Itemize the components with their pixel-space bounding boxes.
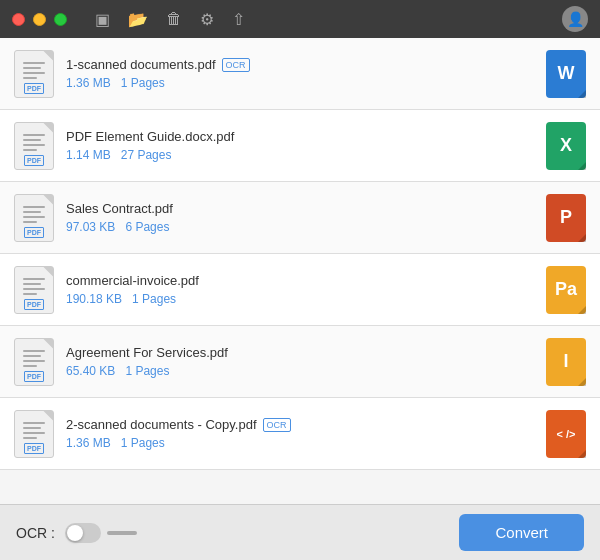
pdf-line <box>23 365 37 367</box>
pdf-file-icon: PDF <box>14 338 54 386</box>
pdf-label: PDF <box>24 83 44 94</box>
pdf-line <box>23 355 41 357</box>
file-info: 1-scanned documents.pdfOCR1.36 MB1 Pages <box>66 57 534 90</box>
pdf-label: PDF <box>24 155 44 166</box>
ocr-label: OCR : <box>16 525 55 541</box>
footer: OCR : Convert <box>0 504 600 560</box>
file-info: commercial-invoice.pdf190.18 KB1 Pages <box>66 273 534 306</box>
pdf-file-icon: PDF <box>14 122 54 170</box>
file-meta: 1.14 MB27 Pages <box>66 148 534 162</box>
file-size: 1.36 MB <box>66 76 111 90</box>
pdf-label: PDF <box>24 443 44 454</box>
pdf-lines <box>23 134 45 151</box>
file-meta: 65.40 KB1 Pages <box>66 364 534 378</box>
pdf-line <box>23 427 41 429</box>
open-folder-icon[interactable]: 📂 <box>128 10 148 29</box>
pdf-line <box>23 283 41 285</box>
pdf-line <box>23 216 45 218</box>
pdf-line <box>23 422 45 424</box>
pdf-line <box>23 139 41 141</box>
file-meta: 190.18 KB1 Pages <box>66 292 534 306</box>
table-row[interactable]: PDF Sales Contract.pdf97.03 KB6 PagesP <box>0 182 600 254</box>
pdf-line <box>23 221 37 223</box>
file-pages-link[interactable]: 6 Pages <box>125 220 169 234</box>
file-pages-link[interactable]: 1 Pages <box>121 76 165 90</box>
format-icon-pages[interactable]: Pa <box>546 266 586 314</box>
format-icon-word[interactable]: W <box>546 50 586 98</box>
table-row[interactable]: PDF commercial-invoice.pdf190.18 KB1 Pag… <box>0 254 600 326</box>
pdf-lines <box>23 350 45 367</box>
file-pages-link[interactable]: 1 Pages <box>132 292 176 306</box>
settings-icon[interactable]: ⚙ <box>200 10 214 29</box>
file-pages-link[interactable]: 1 Pages <box>121 436 165 450</box>
pdf-lines <box>23 206 45 223</box>
table-row[interactable]: PDF 2-scanned documents - Copy.pdfOCR1.3… <box>0 398 600 470</box>
file-meta: 1.36 MB1 Pages <box>66 76 534 90</box>
table-row[interactable]: PDF 1-scanned documents.pdfOCR1.36 MB1 P… <box>0 38 600 110</box>
pdf-line <box>23 206 45 208</box>
pdf-file-icon: PDF <box>14 266 54 314</box>
file-size: 65.40 KB <box>66 364 115 378</box>
file-pages-link[interactable]: 27 Pages <box>121 148 172 162</box>
pdf-line <box>23 67 41 69</box>
pdf-line <box>23 293 37 295</box>
pdf-label: PDF <box>24 371 44 382</box>
file-name: Sales Contract.pdf <box>66 201 534 216</box>
pdf-lines <box>23 422 45 439</box>
file-pages-link[interactable]: 1 Pages <box>125 364 169 378</box>
file-size: 190.18 KB <box>66 292 122 306</box>
file-name: Agreement For Services.pdf <box>66 345 534 360</box>
format-icon-numbers[interactable]: I <box>546 338 586 386</box>
file-info: PDF Element Guide.docx.pdf1.14 MB27 Page… <box>66 129 534 162</box>
file-name: 2-scanned documents - Copy.pdfOCR <box>66 417 534 432</box>
file-name: 1-scanned documents.pdfOCR <box>66 57 534 72</box>
delete-icon[interactable]: 🗑 <box>166 10 182 29</box>
pdf-file-icon: PDF <box>14 50 54 98</box>
file-meta: 97.03 KB6 Pages <box>66 220 534 234</box>
pdf-line <box>23 432 45 434</box>
ocr-toggle[interactable] <box>65 523 101 543</box>
title-bar: ▣ 📂 🗑 ⚙ ⇧ 👤 <box>0 0 600 38</box>
pdf-lines <box>23 62 45 79</box>
file-size: 1.14 MB <box>66 148 111 162</box>
pdf-label: PDF <box>24 227 44 238</box>
pdf-line <box>23 72 45 74</box>
table-row[interactable]: PDF PDF Element Guide.docx.pdf1.14 MB27 … <box>0 110 600 182</box>
pdf-line <box>23 211 41 213</box>
pdf-line <box>23 350 45 352</box>
pdf-line <box>23 62 45 64</box>
convert-button[interactable]: Convert <box>459 514 584 551</box>
toggle-dash <box>107 531 137 535</box>
maximize-button[interactable] <box>54 13 67 26</box>
table-row[interactable]: PDF Agreement For Services.pdf65.40 KB1 … <box>0 326 600 398</box>
new-file-icon[interactable]: ▣ <box>95 10 110 29</box>
ocr-badge: OCR <box>263 418 291 432</box>
format-icon-excel[interactable]: X <box>546 122 586 170</box>
pdf-line <box>23 437 37 439</box>
pdf-lines <box>23 278 45 295</box>
toolbar: ▣ 📂 🗑 ⚙ ⇧ <box>95 10 245 29</box>
pdf-line <box>23 144 45 146</box>
file-info: 2-scanned documents - Copy.pdfOCR1.36 MB… <box>66 417 534 450</box>
file-name: PDF Element Guide.docx.pdf <box>66 129 534 144</box>
pdf-line <box>23 134 45 136</box>
ocr-toggle-container <box>65 523 137 543</box>
pdf-label: PDF <box>24 299 44 310</box>
file-name: commercial-invoice.pdf <box>66 273 534 288</box>
minimize-button[interactable] <box>33 13 46 26</box>
close-button[interactable] <box>12 13 25 26</box>
file-meta: 1.36 MB1 Pages <box>66 436 534 450</box>
file-info: Sales Contract.pdf97.03 KB6 Pages <box>66 201 534 234</box>
file-info: Agreement For Services.pdf65.40 KB1 Page… <box>66 345 534 378</box>
format-icon-code[interactable]: < /> <box>546 410 586 458</box>
format-icon-powerpoint[interactable]: P <box>546 194 586 242</box>
pdf-line <box>23 288 45 290</box>
pdf-file-icon: PDF <box>14 410 54 458</box>
upload-icon[interactable]: ⇧ <box>232 10 245 29</box>
pdf-line <box>23 149 37 151</box>
avatar[interactable]: 👤 <box>562 6 588 32</box>
file-list: PDF 1-scanned documents.pdfOCR1.36 MB1 P… <box>0 38 600 504</box>
pdf-file-icon: PDF <box>14 194 54 242</box>
toggle-thumb <box>67 525 83 541</box>
ocr-badge: OCR <box>222 58 250 72</box>
